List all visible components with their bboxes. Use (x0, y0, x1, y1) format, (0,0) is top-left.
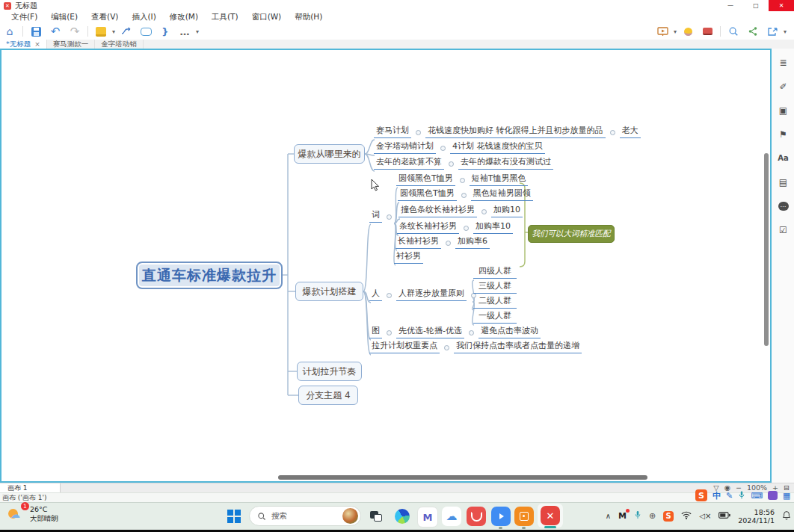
node-row[interactable]: 去年的老款算不算 去年的爆款有没有测试过 (374, 157, 553, 170)
node-keyword-note[interactable]: 短袖T恤男黑色 (470, 173, 529, 186)
node-keyword[interactable]: 圆领黑色T恤男 (398, 188, 457, 201)
voice-input-icon[interactable] (738, 489, 745, 503)
xmind-active-app[interactable]: ✕ (538, 504, 563, 528)
node-word[interactable]: 词 (369, 210, 396, 223)
boundary-icon[interactable] (138, 25, 153, 38)
summary-node[interactable]: 我们可以大词精准匹配 (528, 225, 615, 243)
idea-bulb-icon[interactable] (680, 25, 695, 38)
wifi-icon[interactable] (681, 511, 692, 522)
mindmaster-app-icon[interactable]: M (417, 507, 438, 528)
tray-sogou-icon[interactable]: S (663, 511, 674, 522)
note-icon[interactable]: ▤ (777, 176, 790, 188)
edge-browser-icon[interactable] (393, 507, 412, 526)
node-row[interactable]: 图 先优选-轮播-优选 避免点击率波动 (369, 326, 541, 338)
node-person-label[interactable]: 人 (369, 288, 382, 301)
node-keyword-note[interactable]: 黑色短袖男圆领 (471, 188, 533, 201)
node-audience-level[interactable]: 二级人群 (473, 296, 517, 309)
node-pyramid-desc[interactable]: 4计划 花钱速度快的宝贝 (450, 141, 545, 154)
node-person-rule[interactable]: 人群逐步放量原则 (396, 288, 467, 301)
node-row[interactable]: 圆领黑色T恤男 黑色短袖男圆领 (398, 188, 533, 201)
branch-plan-building[interactable]: 爆款计划搭建 (295, 282, 363, 301)
task-icon[interactable]: ☑ (777, 223, 790, 236)
node-row[interactable]: 一级人群 (473, 311, 517, 324)
node-laoda[interactable]: 老大 (620, 126, 641, 138)
mindmap-canvas[interactable] (0, 49, 772, 483)
slideshow-icon[interactable] (655, 25, 670, 38)
more-tools-icon[interactable]: … (177, 25, 192, 38)
node-lastyear[interactable]: 去年的老款算不算 (374, 157, 444, 170)
branch-where-hot-items-come-from[interactable]: 爆款从哪里来的 (294, 144, 365, 164)
node-picture-label[interactable]: 图 (369, 326, 382, 338)
menu-insert[interactable]: 插入(I) (125, 12, 162, 22)
weather-widget[interactable]: ☁ 1 26°C 大部晴朗 (7, 505, 58, 523)
vertical-scrollbar[interactable] (764, 153, 769, 346)
close-button[interactable]: ✕ (769, 0, 794, 11)
theme-caret-icon[interactable]: ▾ (111, 28, 117, 35)
node-row[interactable]: 拉升计划权重要点 我们保持点击率或者点击量的递增 (369, 341, 582, 353)
save-icon[interactable] (28, 25, 43, 38)
central-topic[interactable]: 直通车标准爆款拉升 (136, 262, 283, 289)
volume-muted-icon[interactable]: ◁× (699, 512, 711, 520)
node-keyword[interactable]: 撞色条纹长袖衬衫男 (398, 205, 477, 217)
node-weight-note[interactable]: 我们保持点击率或者点击量的递增 (454, 341, 582, 353)
export-caret-icon[interactable]: ▾ (782, 28, 788, 35)
image-icon[interactable]: ▣ (777, 104, 790, 117)
node-row[interactable]: 撞色条纹长袖衬衫男 加购10 (398, 205, 523, 217)
menu-edit[interactable]: 编辑(E) (44, 12, 84, 22)
node-row[interactable]: 四级人群 (473, 266, 517, 279)
relationship-icon[interactable] (119, 25, 134, 38)
node-row[interactable]: 衬衫男 (394, 251, 423, 264)
node-audience-level[interactable]: 四级人群 (473, 266, 517, 279)
cloud-drive-app-icon[interactable]: ☁ (442, 507, 461, 526)
menu-modify[interactable]: 修改(M) (163, 12, 205, 22)
skin-icon[interactable] (768, 491, 778, 500)
notification-bell-icon[interactable] (782, 510, 791, 522)
toolbox-icon[interactable]: ▦ (783, 491, 790, 501)
search-highlight-image[interactable] (342, 508, 358, 524)
home-icon[interactable]: ⌂ (2, 25, 17, 38)
redo-icon[interactable]: ↷ (67, 25, 82, 38)
minimize-button[interactable]: — (718, 0, 743, 11)
node-keyword[interactable]: 长袖衬衫男 (396, 236, 441, 249)
node-word-label[interactable]: 词 (369, 210, 382, 223)
marker-icon[interactable] (700, 25, 715, 38)
node-row[interactable]: 长袖衬衫男 加购率6 (396, 236, 490, 249)
keyboard-icon[interactable]: ⌨ (751, 491, 763, 501)
tray-crosshair-icon[interactable]: ⊕ (649, 511, 656, 521)
horizontal-scrollbar[interactable] (278, 475, 647, 480)
more-caret-icon[interactable]: ▾ (194, 28, 200, 35)
menu-view[interactable]: 查看(V) (84, 12, 125, 22)
node-row[interactable]: 三级人群 (473, 281, 517, 294)
node-row[interactable]: 人 人群逐步放量原则 (369, 288, 481, 301)
menu-file[interactable]: 文件(F) (4, 12, 44, 22)
slideshow-caret-icon[interactable]: ▾ (672, 28, 678, 35)
menu-tools[interactable]: 工具(T) (205, 12, 245, 22)
node-audience-level[interactable]: 一级人群 (473, 311, 517, 324)
clock[interactable]: 18:56 2024/11/1 (738, 508, 775, 525)
node-keyword-note[interactable]: 加购率10 (473, 221, 513, 234)
blue-app-icon[interactable] (491, 507, 511, 526)
maximize-button[interactable]: □ (743, 0, 769, 11)
summary-icon[interactable]: } (158, 25, 173, 38)
export-icon[interactable] (765, 25, 780, 38)
orange-app-icon[interactable] (514, 507, 534, 526)
start-button[interactable] (224, 507, 244, 526)
tray-mic-icon[interactable] (634, 510, 641, 522)
outline-icon[interactable]: ≣ (777, 56, 790, 69)
branch-topic-4[interactable]: 分支主题 4 (298, 386, 358, 405)
tab-untitled[interactable]: *无标题 × (0, 40, 47, 49)
node-row[interactable]: 赛马计划 花钱速度快加购好 转化跟得上并且初步放量的品 老大 (374, 126, 641, 138)
tray-chevron-icon[interactable]: ∧ (606, 512, 611, 520)
share-icon[interactable] (745, 25, 760, 38)
font-icon[interactable]: Aa (777, 152, 790, 164)
node-keyword[interactable]: 条纹长袖衬衫男 (397, 221, 459, 234)
node-row[interactable]: 圆领黑色T恤男 短袖T恤男黑色 (396, 173, 528, 186)
menu-window[interactable]: 窗口(W) (245, 12, 289, 22)
sogou-logo-icon[interactable]: S (695, 489, 707, 501)
task-view-button[interactable] (366, 507, 386, 526)
style-brush-icon[interactable]: ✐ (777, 80, 790, 93)
branch-plan-rhythm[interactable]: 计划拉升节奏 (297, 362, 362, 381)
handwriting-icon[interactable]: ✎ (726, 491, 733, 501)
node-audience-level[interactable]: 三级人群 (473, 281, 517, 294)
comment-icon[interactable]: … (777, 200, 790, 212)
